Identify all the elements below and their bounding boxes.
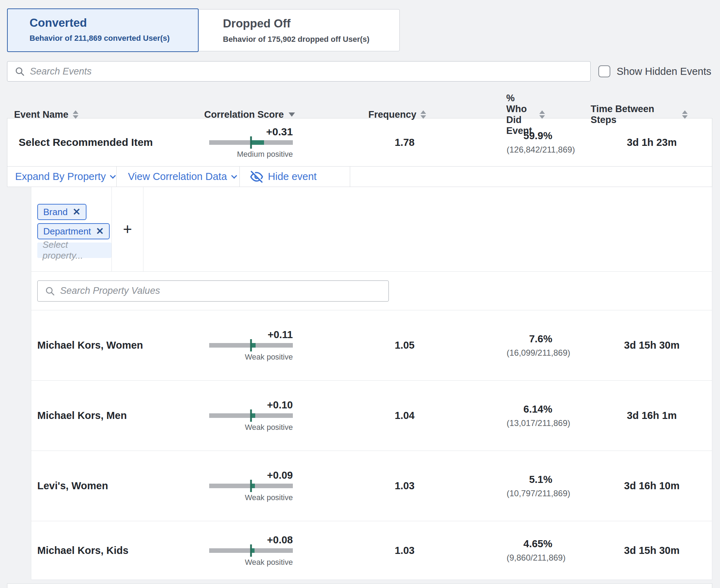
show-hidden-events-label: Show Hidden Events	[617, 66, 711, 77]
sort-icon[interactable]	[73, 110, 78, 119]
time-between-steps-value: 3d 16h 10m	[591, 480, 713, 492]
property-row-michael-kors-women[interactable]: Michael Kors, Women +0.11 Weak positive …	[31, 310, 712, 381]
who-did-event-percent: 5.1%	[507, 474, 552, 485]
tab-converted-subtitle: Behavior of 211,869 converted User(s)	[30, 34, 198, 43]
frequency-value: 1.04	[303, 410, 507, 421]
property-chip-department[interactable]: Department ✕	[37, 223, 110, 239]
correlation-bar-zero-tick	[250, 409, 252, 422]
search-property-values-placeholder: Search Property Values	[60, 285, 160, 296]
expand-by-property-button[interactable]: Expand By Property	[7, 167, 117, 187]
correlation-cell: +0.09 Weak positive	[197, 470, 303, 502]
add-property-button[interactable]: +	[123, 221, 132, 237]
tab-dropped-off-title: Dropped Off	[223, 17, 399, 30]
correlation-strength-label: Medium positive	[197, 150, 293, 159]
correlation-value: +0.10	[197, 399, 293, 411]
chevron-down-icon	[231, 173, 237, 179]
time-between-steps-value: 3d 15h 30m	[591, 545, 713, 556]
property-value-name: Michael Kors, Men	[31, 410, 197, 421]
who-did-event-percent: 6.14%	[507, 403, 552, 415]
correlation-cell: +0.08 Weak positive	[197, 534, 303, 567]
who-did-event-detail: (13,017/211,869)	[507, 418, 552, 428]
correlation-value: +0.11	[197, 329, 293, 341]
who-did-event-cell: 5.1% (10,797/211,869)	[507, 474, 591, 498]
hide-event-button[interactable]: Hide event	[240, 167, 350, 187]
sort-icon[interactable]	[420, 110, 426, 119]
tab-converted[interactable]: Converted Behavior of 211,869 converted …	[7, 8, 199, 52]
remove-chip-icon[interactable]: ✕	[96, 226, 104, 237]
show-hidden-events-checkbox[interactable]	[598, 65, 610, 77]
correlation-cell: +0.11 Weak positive	[197, 329, 303, 362]
tab-dropped-off[interactable]: Dropped Off Behavior of 175,902 dropped …	[198, 9, 400, 51]
property-chips-section: Brand ✕ Department ✕ Select property... …	[31, 187, 712, 271]
frequency-value: 1.03	[303, 545, 507, 556]
property-chips-cell: Brand ✕ Department ✕ Select property...	[31, 187, 112, 271]
who-did-event-percent: 59.9%	[507, 130, 552, 142]
who-did-event-cell: 6.14% (13,017/211,869)	[507, 403, 591, 428]
correlation-bar-zero-tick	[250, 544, 252, 557]
correlation-bar-zero-tick	[250, 339, 252, 351]
correlation-bar	[209, 140, 293, 145]
correlation-cell: +0.10 Weak positive	[197, 399, 303, 432]
correlation-value: +0.08	[197, 534, 293, 546]
correlation-value: +0.09	[197, 470, 293, 481]
time-between-steps-value: 3d 1h 23m	[591, 137, 713, 148]
sort-icon[interactable]	[539, 110, 545, 119]
chips-section-spacer	[143, 187, 712, 271]
property-row-michael-kors-kids[interactable]: Michael Kors, Kids +0.08 Weak positive 1…	[31, 521, 712, 580]
who-did-event-cell: 59.9% (126,842/211,869)	[507, 130, 591, 155]
tab-dropped-off-subtitle: Behavior of 175,902 dropped off User(s)	[223, 35, 399, 44]
event-row[interactable]: Select Recommended Item +0.31 Medium pos…	[7, 118, 712, 166]
search-events-placeholder: Search Events	[30, 66, 92, 77]
event-actions-bar: Expand By Property View Correlation Data…	[7, 166, 712, 187]
column-header-event-name[interactable]: Event Name	[7, 109, 197, 120]
column-header-time-between-steps[interactable]: Time Between Steps	[591, 104, 712, 125]
who-did-event-cell: 7.6% (16,099/211,869)	[507, 333, 591, 358]
who-did-event-detail: (9,860/211,869)	[507, 553, 552, 563]
correlation-bar	[209, 548, 293, 553]
correlation-bar-fill	[251, 140, 264, 145]
event-name: Select Recommended Item	[7, 136, 197, 148]
frequency-value: 1.78	[303, 137, 507, 148]
correlation-strength-label: Weak positive	[197, 558, 293, 567]
search-events-row: Search Events Show Hidden Events	[7, 61, 713, 82]
tab-converted-title: Converted	[30, 16, 198, 30]
eye-off-icon	[250, 170, 263, 183]
property-value-name: Michael Kors, Women	[31, 340, 197, 351]
property-chip-brand[interactable]: Brand ✕	[37, 204, 86, 220]
correlation-strength-label: Weak positive	[197, 353, 293, 362]
frequency-value: 1.05	[303, 340, 507, 351]
who-did-event-cell: 4.65% (9,860/211,869)	[507, 538, 591, 563]
search-icon	[45, 286, 55, 296]
search-icon	[14, 66, 25, 77]
property-row-levis-women[interactable]: Levi's, Women +0.09 Weak positive 1.03 5…	[31, 451, 712, 521]
remove-chip-icon[interactable]: ✕	[72, 206, 81, 218]
next-event-row-partial[interactable]	[7, 583, 712, 588]
add-property-cell: +	[112, 187, 143, 271]
table-header: Event Name Correlation Score Frequency %…	[7, 93, 712, 115]
correlation-bar-zero-tick	[250, 136, 252, 149]
time-between-steps-value: 3d 16h 1m	[591, 410, 713, 421]
correlation-cell: +0.31 Medium positive	[197, 126, 303, 159]
search-events-input[interactable]: Search Events	[7, 61, 591, 82]
correlation-bar-zero-tick	[250, 480, 252, 492]
chevron-down-icon	[110, 173, 116, 179]
time-between-steps-value: 3d 15h 30m	[591, 340, 713, 351]
correlation-strength-label: Weak positive	[197, 423, 293, 432]
column-header-correlation-score[interactable]: Correlation Score	[197, 109, 302, 120]
property-row-michael-kors-men[interactable]: Michael Kors, Men +0.10 Weak positive 1.…	[31, 381, 712, 451]
sort-icon[interactable]	[682, 110, 688, 119]
correlation-bar	[209, 413, 293, 418]
column-header-frequency[interactable]: Frequency	[302, 109, 506, 120]
select-property-input[interactable]: Select property...	[37, 243, 111, 258]
who-did-event-detail: (126,842/211,869)	[507, 145, 552, 155]
property-value-name: Michael Kors, Kids	[31, 545, 197, 556]
view-correlation-data-button[interactable]: View Correlation Data	[117, 167, 240, 187]
sort-desc-icon[interactable]	[289, 112, 295, 117]
who-did-event-detail: (10,797/211,869)	[507, 489, 552, 498]
who-did-event-detail: (16,099/211,869)	[507, 348, 552, 358]
event-card-select-recommended-item: Select Recommended Item +0.31 Medium pos…	[7, 118, 712, 187]
search-property-values-input[interactable]: Search Property Values	[37, 280, 389, 302]
property-value-rows: Michael Kors, Women +0.11 Weak positive …	[31, 310, 712, 580]
correlation-value: +0.31	[197, 126, 293, 138]
property-value-name: Levi's, Women	[31, 480, 197, 492]
